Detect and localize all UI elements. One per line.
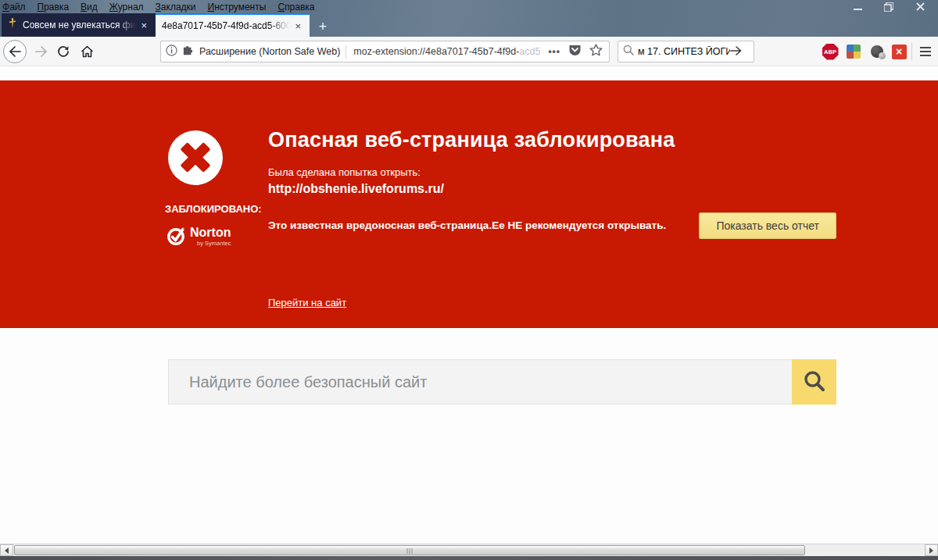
browser-window: Файл Правка Вид Журнал Закладки Инструме… [0,0,938,560]
blocked-label: ЗАБЛОКИРОВАНО: [165,203,259,215]
attempt-label: Была сделана попытка открыть: [268,166,836,178]
horizontal-scrollbar[interactable] [0,544,938,556]
safe-search-button[interactable] [792,359,836,405]
site-identity[interactable]: Расширение (Norton Safe Web) [166,45,340,59]
scroll-left-button[interactable] [0,544,13,556]
menu-history[interactable]: Журнал [109,1,144,13]
identity-label: Расширение (Norton Safe Web) [199,46,340,57]
forward-button[interactable] [30,40,53,63]
info-icon[interactable] [166,45,177,59]
page-title: Опасная веб-страница заблокирована [268,129,836,152]
norton-sub: by Symantec [197,240,231,247]
norton-logo: Norton by Symantec [166,225,259,247]
scrollbar-grip [407,548,413,554]
reload-button[interactable] [52,40,75,63]
tab-title: Совсем не увлекаться филосо [23,20,138,30]
minimize-button[interactable] [847,2,868,12]
menu-help[interactable]: Справка [277,1,314,13]
search-icon [803,369,826,395]
warning-text: Это известная вредоносная веб-страница.Е… [268,219,666,231]
visual-bookmarks-icon[interactable] [844,42,863,61]
tab-close-icon[interactable]: × [292,20,303,33]
scroll-right-button[interactable] [925,544,938,556]
window-bottom-edge [0,556,938,560]
menu-edit[interactable]: Правка [38,1,70,13]
address-bar[interactable]: Расширение (Norton Safe Web) moz-extensi… [160,41,610,62]
pocket-icon[interactable] [568,44,582,59]
tab-bar: Совсем не увлекаться филосо × 4e8a7017-4… [0,13,938,37]
menu-file[interactable]: Файл [2,1,26,13]
show-report-button[interactable]: Показать весь отчет [699,212,836,239]
close-window-button[interactable] [910,2,930,12]
adblock-plus-icon[interactable]: ABP [821,42,840,61]
danger-banner: ЗАБЛОКИРОВАНО: Norton by Symantec Опасна… [0,80,938,328]
menu-bar: Файл Правка Вид Журнал Закладки Инструме… [0,0,938,13]
safe-search-input[interactable] [168,359,792,405]
tab-favicon-icon [8,18,17,32]
page-content: ЗАБЛОКИРОВАНО: Norton by Symantec Опасна… [0,66,938,544]
blocked-url: http://obshenie.liveforums.ru/ [268,182,836,196]
tab-title: 4e8a7017-45b7-4f9d-acd5-6003fb [162,20,292,31]
search-input[interactable] [638,46,730,57]
window-header: Файл Правка Вид Журнал Закладки Инструме… [0,0,938,37]
toolbar-separator [911,43,912,60]
url-text: moz-extension://4e8a7017-45b7-4f9d-acd5 [353,46,540,57]
tab-close-icon[interactable]: × [138,19,149,32]
urlbar-divider [345,45,346,59]
menu-tools[interactable]: Инструменты [208,1,267,13]
home-button[interactable] [75,40,98,63]
bookmark-star-icon[interactable] [589,44,603,59]
extension-puzzle-icon [182,45,195,59]
back-button[interactable] [3,40,27,63]
norton-brand: Norton [190,226,231,239]
safe-search-section [168,359,836,405]
restore-button[interactable] [879,2,899,12]
search-bar[interactable] [618,41,754,62]
tab-background[interactable]: Совсем не увлекаться филосо × [2,13,156,37]
menu-hamburger-icon[interactable] [916,42,935,61]
navigation-toolbar: Расширение (Norton Safe Web) moz-extensi… [0,37,938,66]
tab-active[interactable]: 4e8a7017-45b7-4f9d-acd5-6003fb × [156,13,310,37]
new-tab-button[interactable]: + [311,16,335,37]
proceed-to-site-link[interactable]: Перейти на сайт [268,297,346,309]
blocked-x-icon [168,130,223,185]
page-actions-icon[interactable]: ••• [548,46,560,57]
scrollbar-thumb[interactable] [14,545,805,555]
proxy-extension-icon[interactable] [868,42,886,61]
search-go-icon[interactable] [730,45,742,59]
norton-blocked-icon[interactable]: × [890,42,908,61]
search-icon [623,45,634,59]
menu-bookmarks[interactable]: Закладки [156,1,196,13]
menu-view[interactable]: Вид [81,1,98,13]
norton-check-icon [166,225,187,246]
